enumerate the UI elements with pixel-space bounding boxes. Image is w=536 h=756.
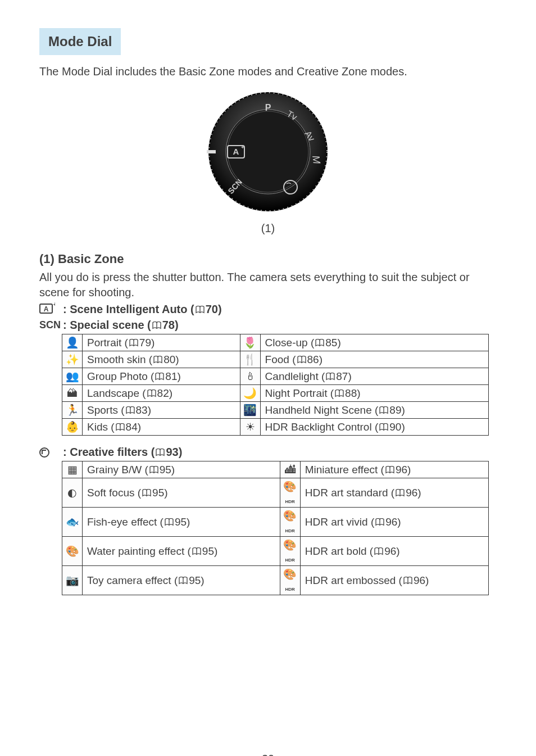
table-row: 🐟Fish-eye effect (95)🎨HDRHDR art vivid (…	[62, 508, 489, 537]
page-number: 30	[39, 753, 497, 756]
page-ref-icon	[395, 489, 405, 497]
mode-icon: 🌷	[243, 337, 257, 348]
scene-intelligent-auto-line: A + : Scene Intelligent Auto (70)	[39, 302, 497, 316]
page-ref-icon	[375, 518, 385, 526]
mode-name-cell: HDR Backlight Control (90)	[260, 419, 488, 436]
scn-icon: SCN	[39, 319, 63, 331]
table-row: ✨Smooth skin (80)🍴Food (86)	[62, 351, 489, 368]
icon-cell: 🏙	[280, 461, 300, 478]
mode-name-cell: Toy camera effect (95)	[83, 566, 280, 595]
svg-rect-4	[207, 150, 216, 153]
mode-icon: 🏙	[285, 464, 296, 476]
special-scene-page: 78	[162, 319, 175, 331]
mode-name-cell: Kids (84)	[83, 419, 240, 436]
creative-filters-icon	[39, 446, 63, 459]
page-ref-icon	[155, 373, 165, 381]
page-ref-icon	[129, 339, 139, 347]
svg-text:A: A	[233, 147, 239, 156]
page-ref-icon	[125, 406, 135, 414]
page-ref-icon	[195, 306, 205, 314]
mode-icon: 🏃	[66, 404, 79, 416]
mode-name-cell: Soft focus (95)	[83, 478, 280, 508]
icon-cell: 👤	[62, 334, 83, 351]
mode-dial-icon: P Tv Av M SCN A +	[203, 87, 333, 216]
page-ref-icon	[147, 390, 157, 397]
page-ref-icon	[178, 577, 188, 585]
page-ref-icon	[379, 406, 389, 414]
icon-cell: 🌙	[240, 385, 260, 402]
mode-name-cell: Grainy B/W (95)	[83, 461, 280, 478]
page-ref-icon	[142, 489, 152, 497]
icon-cell: ▦	[62, 461, 83, 478]
page-ref-icon	[155, 449, 165, 456]
mode-icon: 🌃	[243, 404, 257, 416]
mode-name-cell: Handheld Night Scene (89)	[260, 402, 488, 419]
icon-cell: 🌃	[240, 402, 260, 419]
page-ref-icon	[379, 423, 389, 431]
basic-zone-desc: All you do is press the shutter button. …	[39, 270, 497, 300]
icon-cell: 🐟	[62, 508, 83, 537]
special-scene-line: SCN : Special scene (78)	[39, 319, 497, 332]
mode-icon: 👶	[66, 421, 79, 433]
mode-name-cell: HDR art standard (96)	[300, 478, 488, 508]
page-ref-icon	[192, 547, 202, 555]
creative-filters-page: 93	[166, 446, 178, 458]
icon-cell: 🎨HDR	[280, 508, 300, 537]
icon-cell: 🌷	[240, 334, 260, 351]
mode-name-cell: Miniature effect (96)	[300, 461, 488, 478]
page-ref-icon	[374, 547, 384, 555]
page-ref-icon	[164, 518, 174, 526]
mode-name-cell: HDR art vivid (96)	[300, 508, 488, 537]
icon-cell: ◐	[62, 478, 83, 508]
mode-icon: ✨	[66, 354, 79, 365]
mode-icon: ▦	[67, 464, 78, 476]
svg-text:M: M	[310, 155, 322, 165]
page-ref-icon	[325, 373, 335, 381]
section-header: Mode Dial	[39, 28, 121, 55]
icon-cell: ☀	[240, 419, 260, 436]
mode-icon: 🕯	[245, 370, 256, 382]
icon-cell: 👶	[62, 419, 83, 436]
mode-name-cell: Group Photo (81)	[83, 368, 240, 385]
page-ref-icon	[297, 356, 307, 364]
table-row: 📷Toy camera effect (95)🎨HDRHDR art embos…	[62, 566, 489, 595]
mode-name-cell: Water painting effect (95)	[83, 537, 280, 566]
page-ref-icon	[315, 339, 325, 347]
icon-cell: 🎨	[62, 537, 83, 566]
mode-name-cell: Food (86)	[260, 351, 488, 368]
hdr-icon: 🎨HDR	[283, 539, 297, 563]
page-ref-icon	[403, 577, 413, 585]
svg-text:+: +	[53, 302, 55, 307]
icon-cell: 🏔	[62, 385, 83, 402]
creative-filters-line: : Creative filters (93)	[39, 446, 497, 459]
page-ref-icon	[153, 356, 163, 364]
page-ref-icon	[115, 423, 125, 431]
mode-name-cell: HDR art embossed (96)	[300, 566, 488, 595]
mode-dial-figure: P Tv Av M SCN A + (1)	[39, 87, 497, 235]
icon-cell: 🍴	[240, 351, 260, 368]
icon-cell: ✨	[62, 351, 83, 368]
mode-name-cell: Sports (83)	[83, 402, 240, 419]
icon-cell: 🎨HDR	[280, 566, 300, 595]
mode-icon: 🏔	[67, 387, 78, 399]
scene-intel-label: : Scene Intelligent Auto (	[63, 303, 194, 315]
table-row: 🏔Landscape (82)🌙Night Portrait (88)	[62, 385, 489, 402]
svg-text:A: A	[44, 305, 49, 313]
svg-text:+: +	[241, 144, 244, 150]
mode-icon: 📷	[66, 574, 79, 586]
table-row: ◐Soft focus (95)🎨HDRHDR art standard (96…	[62, 478, 489, 508]
mode-name-cell: Smooth skin (80)	[83, 351, 240, 368]
intro-text: The Mode Dial includes the Basic Zone mo…	[39, 65, 497, 78]
special-scene-label: : Special scene (	[63, 319, 151, 331]
page-ref-icon	[385, 466, 395, 474]
svg-text:P: P	[265, 103, 271, 112]
mode-name-cell: Night Portrait (88)	[260, 385, 488, 402]
hdr-icon: 🎨HDR	[283, 510, 297, 534]
filters-table: ▦Grainy B/W (95)🏙Miniature effect (96)◐S…	[62, 461, 497, 595]
icon-cell: 🎨HDR	[280, 478, 300, 508]
table-row: 👥Group Photo (81)🕯Candlelight (87)	[62, 368, 489, 385]
basic-zone-title: (1) Basic Zone	[39, 252, 497, 266]
icon-cell: 🏃	[62, 402, 83, 419]
mode-icon: 🐟	[66, 516, 79, 528]
mode-name-cell: Landscape (82)	[83, 385, 240, 402]
